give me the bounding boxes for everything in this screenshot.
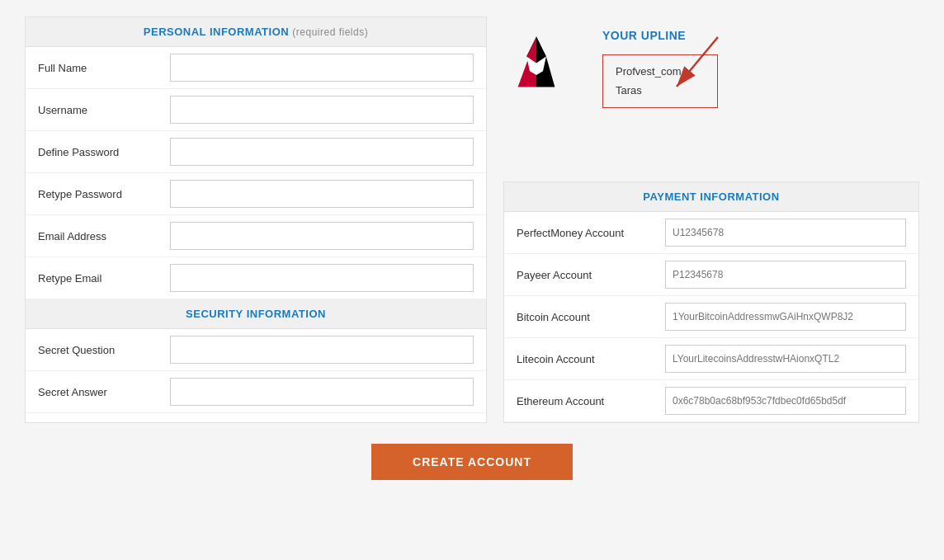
email-row: Email Address xyxy=(26,215,486,257)
retype-email-input[interactable] xyxy=(170,264,474,292)
ethereum-label: Ethereum Account xyxy=(517,395,665,407)
payeer-input[interactable] xyxy=(665,261,906,289)
litecoin-label: Litecoin Account xyxy=(517,353,665,365)
svg-line-6 xyxy=(677,37,718,87)
payment-header: PAYMENT INFORMATION xyxy=(504,182,918,212)
payment-section: PAYMENT INFORMATION PerfectMoney Account… xyxy=(503,181,919,423)
upline-section: YOUR UPLINE Profvest_com Taras xyxy=(503,16,919,181)
secret-answer-row: Secret Answer xyxy=(26,371,486,413)
retype-password-input[interactable] xyxy=(170,180,474,208)
retype-email-label: Retype Email xyxy=(38,272,170,285)
perfectmoney-input[interactable] xyxy=(665,219,906,247)
define-password-input[interactable] xyxy=(170,138,474,166)
personal-info-header: PERSONAL INFORMATION (required fields) xyxy=(26,17,486,47)
litecoin-row: Litecoin Account xyxy=(504,338,918,380)
full-name-input[interactable] xyxy=(170,54,474,82)
security-info-header: SECURITY INFORMATION xyxy=(26,299,486,329)
litecoin-input[interactable] xyxy=(665,345,906,373)
retype-email-row: Retype Email xyxy=(26,257,486,299)
secret-question-input[interactable] xyxy=(170,336,474,364)
ethereum-row: Ethereum Account xyxy=(504,380,918,422)
define-password-row: Define Password xyxy=(26,131,486,173)
bitcoin-label: Bitcoin Account xyxy=(517,311,665,323)
create-account-button[interactable]: CREATE ACCOUNT xyxy=(371,444,573,480)
perfectmoney-row: PerfectMoney Account xyxy=(504,212,918,254)
email-label: Email Address xyxy=(38,230,170,242)
bitcoin-row: Bitcoin Account xyxy=(504,296,918,338)
secret-answer-label: Secret Answer xyxy=(38,386,170,398)
payeer-label: Payeer Account xyxy=(517,269,665,281)
right-panel: YOUR UPLINE Profvest_com Taras PAYMENT I… xyxy=(503,16,919,423)
bitcoin-input[interactable] xyxy=(665,303,906,331)
arrow-indicator xyxy=(652,33,751,99)
retype-password-label: Retype Password xyxy=(38,188,170,200)
full-name-row: Full Name xyxy=(26,47,486,89)
secret-question-label: Secret Question xyxy=(38,344,170,356)
ethereum-input[interactable] xyxy=(665,387,906,415)
left-panel: PERSONAL INFORMATION (required fields) F… xyxy=(25,16,487,423)
retype-password-row: Retype Password xyxy=(26,173,486,215)
secret-answer-input[interactable] xyxy=(170,378,474,406)
email-input[interactable] xyxy=(170,222,474,250)
username-label: Username xyxy=(38,104,170,116)
perfectmoney-label: PerfectMoney Account xyxy=(517,227,665,239)
payeer-row: Payeer Account xyxy=(504,254,918,296)
username-row: Username xyxy=(26,89,486,131)
secret-question-row: Secret Question xyxy=(26,329,486,371)
full-name-label: Full Name xyxy=(38,62,170,74)
button-row: CREATE ACCOUNT xyxy=(25,444,919,480)
logo-area xyxy=(503,29,569,98)
define-password-label: Define Password xyxy=(38,146,170,158)
username-input[interactable] xyxy=(170,96,474,124)
angular-logo-icon xyxy=(503,29,569,95)
